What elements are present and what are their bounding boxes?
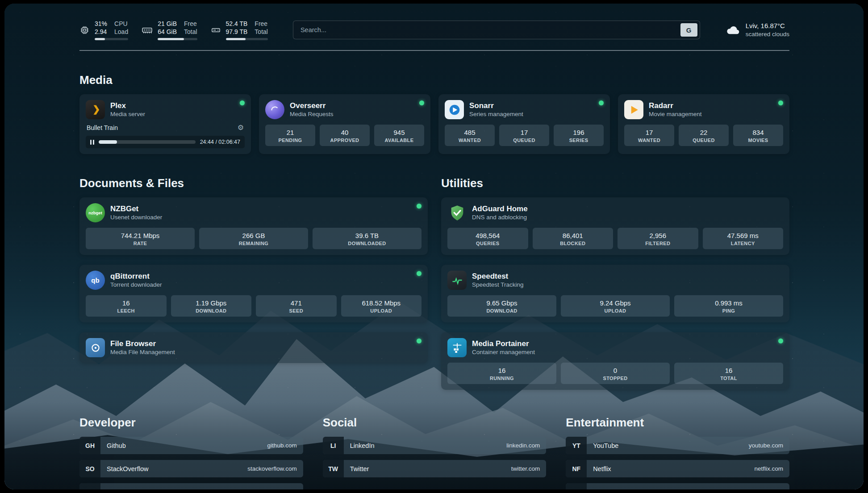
memory-free-value: 21 GiB [158,20,177,28]
bookmark-youtube[interactable]: YT YouTube youtube.com [566,437,789,454]
section-title-documents: Documents & Files [79,176,428,190]
service-description: Usenet downloader [110,213,162,221]
cpu-metric: 31% 2.94 CPU Load [79,20,128,40]
stat-approved: 40 APPROVED [320,125,370,146]
memory-free-label: Free [184,20,197,28]
stat-ping: 0.993 ms PING [674,295,783,317]
service-card-adguard[interactable]: AdGuard Home DNS and adblocking 498,564 … [441,197,789,255]
overseerr-icon [265,100,284,119]
qbittorrent-icon: qb [86,271,105,290]
service-name: Overseerr [290,101,334,110]
stat-latency: 47.569 ms LATENCY [703,228,784,249]
bookmark-url: reddit.com [755,489,789,489]
bookmark-abbr: DT [79,483,100,489]
cpu-icon [79,25,90,35]
disk-free-label: Free [255,20,268,28]
bookmark-name: Github [100,442,267,449]
section-title-developer: Developer [79,416,303,430]
bookmark-name: Netflix [587,465,754,472]
service-card-filebrowser[interactable]: File Browser Media File Management [79,332,428,363]
playback-progress-track[interactable] [99,140,196,144]
pause-icon[interactable] [90,140,94,145]
stat-leech: 16 LEECH [86,295,167,317]
disk-metric: 52.4 TB 97.9 TB Free Total [211,20,268,40]
bookmark-abbr: YT [566,437,587,454]
service-description: Media Requests [290,110,334,118]
stat-seed: 471 SEED [256,295,337,317]
search-input[interactable] [300,26,680,34]
disk-total-value: 97.9 TB [226,28,248,36]
service-name: Plex [110,101,145,110]
stat-downloaded: 39.6 TB DOWNLOADED [313,228,421,249]
service-card-portainer[interactable]: Media Portainer Container management 16 … [441,332,789,390]
section-title-utilities: Utilities [441,176,789,190]
service-card-sonarr[interactable]: Sonarr Series management 485 WANTED 17 Q… [438,94,610,154]
status-dot-online [599,100,604,105]
section-title-media: Media [79,73,789,87]
service-name: qBittorrent [110,272,162,281]
playback-progress-fill [99,140,117,144]
stat-wanted: 17 WANTED [624,125,674,146]
stat-queued: 17 QUEUED [499,125,549,146]
service-name: NZBGet [110,204,162,213]
stat-queries: 498,564 QUERIES [447,228,528,249]
stat-upload: 618.52 Mbps UPLOAD [341,295,422,317]
cpu-load-label: Load [114,28,128,36]
bookmark-name: DEV [100,489,281,490]
stat-available: 945 AVAILABLE [374,125,424,146]
cpu-load-value: 2.94 [95,28,107,36]
service-description: Media server [110,110,145,118]
bookmark-url: twitter.com [511,465,547,472]
stat-series: 196 SERIES [554,125,604,146]
disk-free-value: 52.4 TB [226,20,248,28]
weather-widget: Lviv, 16.87°C scattered clouds [725,21,789,38]
service-card-speedtest[interactable]: Speedtest Speedtest Tracking 9.65 Gbps D… [441,265,789,322]
plex-player-bar: 24:44 / 02:06:47 [86,136,245,148]
service-description: Container management [472,348,535,356]
bookmark-abbr: LI [323,437,344,454]
cpu-usage-bar [95,38,128,40]
stat-download: 1.19 Gbps DOWNLOAD [171,295,252,317]
stat-filtered: 2,956 FILTERED [618,228,698,249]
service-card-qbittorrent[interactable]: qb qBittorrent Torrent downloader 16 LEE… [79,265,428,322]
service-name: Sonarr [469,101,523,110]
stat-remaining: 266 GB REMAINING [199,228,308,249]
stat-stopped: 0 STOPPED [561,363,670,384]
sonarr-icon [445,100,464,119]
search-bar[interactable]: G [293,21,700,39]
memory-icon [142,25,153,36]
bookmark-netflix[interactable]: NF Netflix netflix.com [566,460,789,477]
status-dot-online [417,271,421,276]
section-title-entertainment: Entertainment [566,416,789,430]
gear-icon[interactable]: ⚙ [238,123,244,132]
service-description: DNS and adblocking [472,213,528,221]
plex-icon [86,100,105,119]
bookmark-name: Reddit [587,489,755,490]
bookmark-reddit[interactable]: RE Reddit reddit.com [566,483,789,489]
stat-rate: 744.21 Mbps RATE [86,228,195,249]
bookmark-dev[interactable]: DT DEV dev.to [79,483,303,489]
service-name: Media Portainer [472,339,535,348]
bookmark-twitter[interactable]: TW Twitter twitter.com [323,460,547,477]
bookmark-stackoverflow[interactable]: SO StackOverflow stackoverflow.com [79,460,303,477]
disk-icon [211,25,221,35]
service-description: Torrent downloader [110,281,162,289]
stat-movies: 834 MOVIES [733,125,783,146]
search-provider-button[interactable]: G [680,23,697,37]
bookmark-linkedin[interactable]: LI LinkedIn linkedin.com [323,437,547,454]
disk-total-label: Total [255,28,268,36]
service-card-nzbget[interactable]: nzbget NZBGet Usenet downloader 744.21 M… [79,197,428,255]
status-dot-online [417,204,421,209]
service-card-overseerr[interactable]: Overseerr Media Requests 21 PENDING 40 A… [259,94,430,154]
memory-total-label: Total [184,28,197,36]
status-dot-online [417,338,421,343]
service-card-radarr[interactable]: Radarr Movie management 17 WANTED 22 QUE… [618,94,789,154]
bookmark-github[interactable]: GH Github github.com [79,437,303,454]
bookmark-abbr: NF [566,460,587,477]
nzbget-icon: nzbget [86,203,105,222]
stat-wanted: 485 WANTED [445,125,495,146]
memory-usage-bar [158,38,197,40]
service-card-plex[interactable]: Plex Media server Bullet Train ⚙ 24:44 /… [79,94,251,154]
stat-queued: 22 QUEUED [679,125,729,146]
cloud-icon [725,22,740,38]
